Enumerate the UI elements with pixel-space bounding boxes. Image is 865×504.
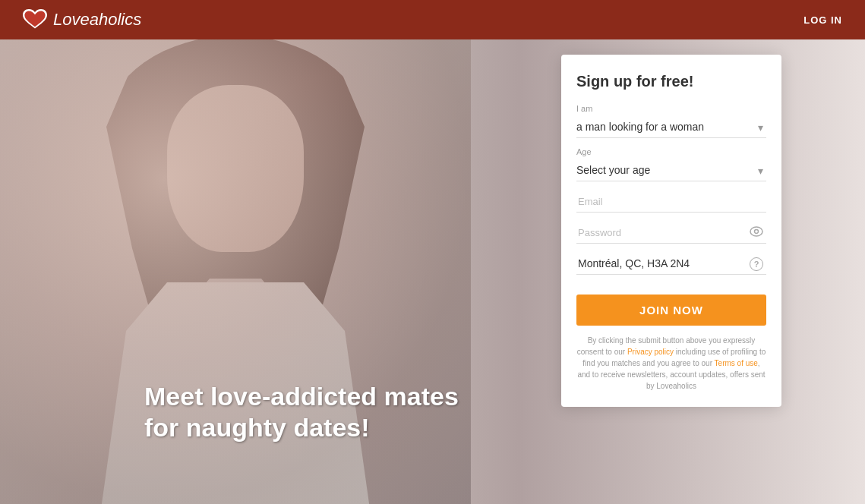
live-in-input[interactable]: [576, 253, 766, 275]
hero-tagline: Meet love-addicted mates for naughty dat…: [144, 381, 459, 443]
hero-text-block: Meet love-addicted mates for naughty dat…: [144, 381, 459, 443]
hero-section: Meet love-addicted mates for naughty dat…: [0, 39, 865, 504]
age-select-wrapper: Select your age 18 19 20 25 30 35 40 45 …: [576, 159, 766, 181]
i-am-select-wrapper: a man looking for a woman a woman lookin…: [576, 116, 766, 138]
login-link[interactable]: LOG IN: [803, 14, 842, 26]
join-now-button[interactable]: JOIN NOW: [576, 295, 766, 326]
i-am-label: I am: [576, 104, 766, 113]
email-field-group: [576, 191, 766, 213]
logo-area: Loveaholics: [23, 9, 141, 30]
svg-point-0: [750, 227, 762, 236]
terms-link[interactable]: Terms of use: [715, 359, 758, 367]
i-am-field-group: I am a man looking for a woman a woman l…: [576, 104, 766, 138]
i-am-select[interactable]: a man looking for a woman a woman lookin…: [576, 116, 766, 138]
signup-card: Sign up for free! I am a man looking for…: [561, 55, 781, 407]
live-in-help-icon[interactable]: ?: [750, 257, 763, 271]
header: Loveaholics LOG IN: [0, 0, 865, 39]
svg-point-1: [755, 229, 759, 233]
password-field-group: [576, 222, 766, 244]
privacy-policy-link[interactable]: Privacy policy: [627, 348, 674, 356]
logo-text: Loveaholics: [53, 10, 141, 30]
signup-title: Sign up for free!: [576, 73, 766, 90]
email-input[interactable]: [576, 191, 766, 213]
heart-logo-icon: [23, 9, 47, 30]
password-input-wrapper: [576, 222, 766, 244]
age-label: Age: [576, 147, 766, 156]
age-field-group: Age Select your age 18 19 20 25 30 35 40…: [576, 147, 766, 181]
consent-text-block: By clicking the submit button above you …: [576, 335, 766, 392]
age-select[interactable]: Select your age 18 19 20 25 30 35 40 45 …: [576, 159, 766, 181]
live-in-input-wrapper: ?: [576, 253, 766, 275]
live-in-field-group: ?: [576, 253, 766, 275]
password-input[interactable]: [576, 222, 766, 244]
password-eye-icon[interactable]: [750, 226, 763, 240]
